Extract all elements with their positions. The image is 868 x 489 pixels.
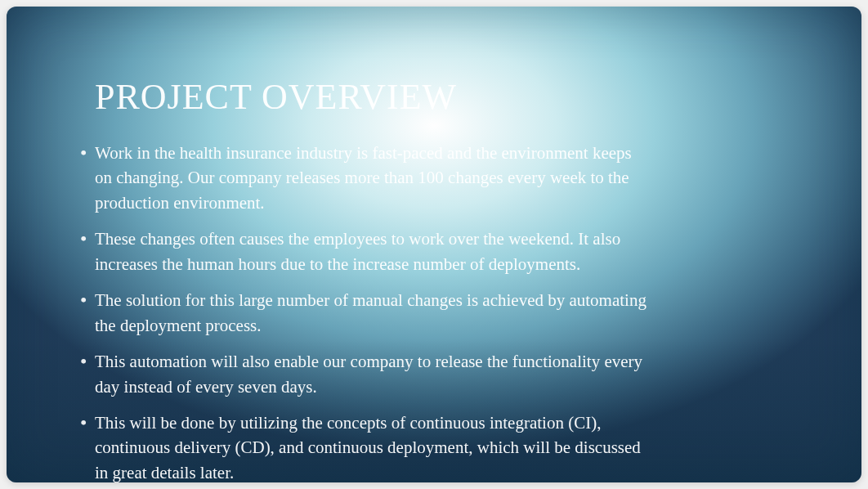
bullet-item: The solution for this large number of ma… (80, 288, 652, 338)
bullet-item: This will be done by utilizing the conce… (80, 410, 652, 485)
slide-container: PROJECT OVERVIEW Work in the health insu… (7, 7, 861, 482)
slide-title: PROJECT OVERVIEW (95, 76, 788, 118)
bullet-list: Work in the health insurance industry is… (80, 141, 788, 485)
bullet-item: This automation will also enable our com… (80, 349, 652, 399)
bullet-item: Work in the health insurance industry is… (80, 141, 652, 215)
bullet-item: These changes often causes the employees… (80, 227, 652, 276)
